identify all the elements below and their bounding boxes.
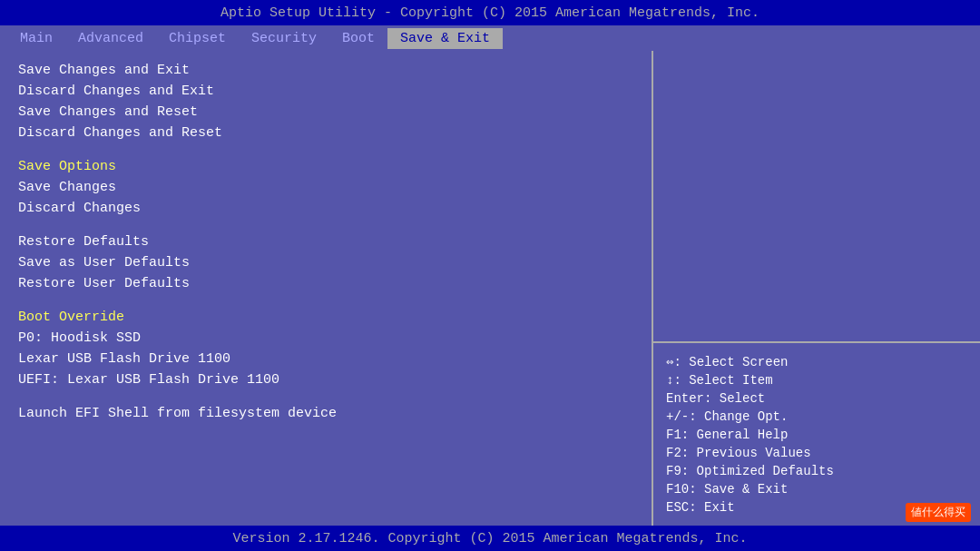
- menu-gap-8: [18, 219, 633, 231]
- menu-item-save-changes-and-exit[interactable]: Save Changes and Exit: [18, 60, 633, 81]
- footer: Version 2.17.1246. Copyright (C) 2015 Am…: [0, 526, 980, 551]
- nav-tab-boot[interactable]: Boot: [329, 28, 387, 49]
- nav-tab-advanced[interactable]: Advanced: [65, 28, 156, 49]
- title-bar: Aptio Setup Utility - Copyright (C) 2015…: [0, 0, 980, 25]
- help-row-7: F10: Save & Exit: [666, 480, 967, 498]
- menu-item-save-changes[interactable]: Save Changes: [18, 177, 633, 198]
- help-row-3: +/-: Change Opt.: [666, 408, 967, 426]
- menu-item-lexar-usb-flash-drive-1100[interactable]: Lexar USB Flash Drive 1100: [18, 349, 633, 369]
- nav-tab-main[interactable]: Main: [7, 28, 65, 49]
- menu-item-discard-changes-and-reset[interactable]: Discard Changes and Reset: [18, 123, 633, 143]
- menu-item-restore-user-defaults[interactable]: Restore User Defaults: [18, 273, 633, 294]
- help-row-1: ↕: Select Item: [666, 371, 967, 389]
- title-text: Aptio Setup Utility - Copyright (C) 2015…: [220, 5, 760, 21]
- menu-item-p0--hoodisk-ssd[interactable]: P0: Hoodisk SSD: [18, 328, 633, 349]
- content-area: Save Changes and ExitDiscard Changes and…: [0, 51, 980, 526]
- help-row-4: F1: General Help: [666, 426, 967, 444]
- menu-gap-4: [18, 143, 633, 156]
- watermark: 値什么得买: [906, 503, 971, 522]
- menu-item-uefi--lexar-usb-flash-drive-1100[interactable]: UEFI: Lexar USB Flash Drive 1100: [18, 369, 633, 390]
- help-row-2: Enter: Select: [666, 389, 967, 408]
- section-header-boot-override: Boot Override: [18, 307, 633, 328]
- nav-tab-save---exit[interactable]: Save & Exit: [387, 28, 503, 49]
- menu-gap-17: [18, 390, 633, 403]
- menu-item-discard-changes-and-exit[interactable]: Discard Changes and Exit: [18, 81, 633, 102]
- nav-tab-security[interactable]: Security: [239, 28, 329, 49]
- help-section: ⇔: Select Screen↕: Select ItemEnter: Sel…: [653, 343, 980, 526]
- footer-text: Version 2.17.1246. Copyright (C) 2015 Am…: [232, 531, 747, 546]
- left-panel: Save Changes and ExitDiscard Changes and…: [0, 51, 653, 526]
- menu-item-launch-efi-shell-from-filesystem-device[interactable]: Launch EFI Shell from filesystem device: [18, 403, 633, 424]
- right-panel: ⇔: Select Screen↕: Select ItemEnter: Sel…: [653, 51, 980, 526]
- help-row-5: F2: Previous Values: [666, 444, 967, 462]
- nav-tab-chipset[interactable]: Chipset: [156, 28, 239, 49]
- menu-item-save-as-user-defaults[interactable]: Save as User Defaults: [18, 252, 633, 273]
- menu-item-save-changes-and-reset[interactable]: Save Changes and Reset: [18, 102, 633, 123]
- menu-item-discard-changes[interactable]: Discard Changes: [18, 198, 633, 219]
- bios-screen: Aptio Setup Utility - Copyright (C) 2015…: [0, 0, 980, 551]
- nav-bar: MainAdvancedChipsetSecurityBootSave & Ex…: [0, 25, 980, 51]
- menu-gap-12: [18, 294, 633, 307]
- help-row-6: F9: Optimized Defaults: [666, 462, 967, 480]
- right-top-info: [653, 51, 980, 343]
- section-header-save-options: Save Options: [18, 156, 633, 177]
- menu-item-restore-defaults[interactable]: Restore Defaults: [18, 231, 633, 252]
- help-row-0: ⇔: Select Screen: [666, 352, 967, 371]
